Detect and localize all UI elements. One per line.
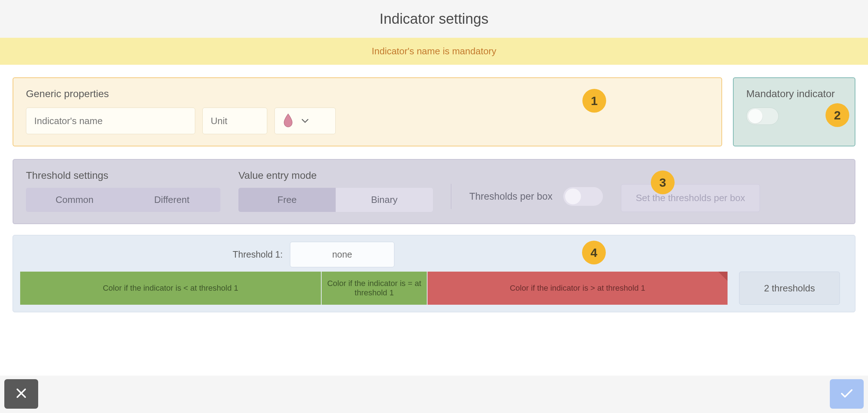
callout-4: 4: [582, 241, 606, 264]
dialog-footer: [0, 376, 868, 413]
validation-warning: Indicator's name is mandatory: [0, 38, 868, 65]
dialog-header: Indicator settings: [0, 0, 868, 38]
color-eq-label: Color if the indicator is = at threshold…: [325, 279, 423, 298]
callout-3: 3: [651, 171, 675, 194]
dialog-title: Indicator settings: [0, 11, 868, 27]
cancel-button[interactable]: [4, 379, 38, 409]
threshold-different-button[interactable]: Different: [123, 188, 220, 212]
indicator-name-input[interactable]: [26, 108, 195, 134]
color-lt-label: Color if the indicator is < at threshold…: [103, 283, 238, 293]
callout-2: 2: [826, 103, 849, 127]
thresholds-per-box-toggle[interactable]: [563, 187, 603, 206]
two-thresholds-label: 2 thresholds: [764, 283, 815, 294]
threshold-title: Threshold settings: [26, 170, 220, 181]
value-mode-title: Value entry mode: [238, 170, 433, 181]
threshold-settings-panel: 3 Threshold settings Common Different Va…: [13, 159, 855, 224]
threshold-colors-panel: 4 Threshold 1: Color if the indicator is…: [13, 235, 855, 312]
color-less-than[interactable]: Color if the indicator is < at threshold…: [20, 272, 321, 305]
threshold-common-button[interactable]: Common: [26, 188, 123, 212]
unit-input[interactable]: [202, 108, 267, 134]
threshold1-label: Threshold 1:: [233, 249, 283, 260]
warning-text: Indicator's name is mandatory: [372, 46, 496, 56]
value-mode-free-button[interactable]: Free: [238, 188, 336, 212]
toggle-knob: [565, 189, 581, 204]
generic-title: Generic properties: [26, 88, 709, 100]
close-icon: [15, 387, 27, 401]
confirm-button[interactable]: [830, 379, 864, 409]
icon-select[interactable]: [274, 108, 336, 134]
value-mode-binary-button[interactable]: Binary: [336, 188, 433, 212]
check-icon: [840, 387, 854, 400]
chevron-down-icon: [301, 116, 309, 126]
mandatory-indicator-panel: 2 Mandatory indicator: [733, 77, 855, 146]
mandatory-toggle[interactable]: [746, 108, 779, 125]
color-equal[interactable]: Color if the indicator is = at threshold…: [322, 272, 427, 305]
mandatory-title: Mandatory indicator: [746, 88, 842, 100]
set-thresholds-per-box-button[interactable]: Set the thresholds per box: [621, 184, 760, 212]
toggle-knob: [748, 109, 762, 123]
generic-properties-panel: 1 Generic properties: [13, 77, 722, 146]
color-gt-label: Color if the indicator is > at threshold…: [510, 283, 645, 293]
callout-1: 1: [582, 89, 606, 113]
two-thresholds-button[interactable]: 2 thresholds: [739, 272, 840, 305]
thresholds-per-box-label: Thresholds per box: [469, 191, 552, 202]
threshold1-input[interactable]: [290, 242, 394, 267]
drop-icon: [283, 113, 294, 129]
color-greater-than[interactable]: Color if the indicator is > at threshold…: [428, 272, 728, 305]
divider: [451, 184, 451, 209]
